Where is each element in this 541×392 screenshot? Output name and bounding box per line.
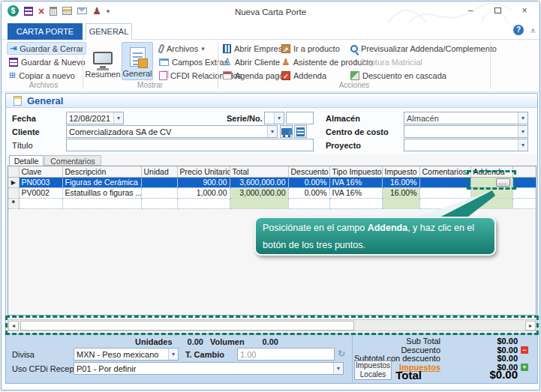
fecha-dropdown-icon[interactable]: ▾ — [113, 112, 123, 124]
folio-field[interactable] — [286, 112, 314, 124]
fecha-field[interactable]: 12/08/2021 ▾ — [66, 112, 124, 124]
total-line-value: $0.00 — [458, 346, 518, 355]
grid-cell-unidad[interactable] — [141, 177, 177, 187]
truck-icon — [281, 128, 292, 135]
grid-cell-total[interactable]: 3,600,000.00 — [230, 177, 288, 187]
grid-header-clave[interactable]: Clave — [19, 166, 62, 177]
grid-cell-tipo[interactable]: IVA 16% — [329, 187, 382, 198]
almacen-dropdown-icon[interactable]: ▾ — [518, 112, 527, 124]
centro-costo-combo[interactable]: ▾ — [404, 125, 528, 138]
tab-general[interactable]: GENERAL — [86, 23, 132, 40]
grid-cell-precio[interactable]: 1,000.00 — [177, 187, 230, 198]
group-caption-archivos: Archivos — [7, 81, 80, 89]
grid-header-descripci-n[interactable]: Descripción — [62, 166, 141, 177]
grid-header-impuesto[interactable]: Impuesto — [382, 166, 419, 177]
tab-comentarios[interactable]: Comentarios — [44, 155, 101, 166]
truck-button[interactable] — [280, 125, 293, 138]
ir-a-producto-button[interactable]: ↗ Ir a producto — [279, 42, 342, 55]
grid-header-total[interactable]: Total — [230, 166, 288, 177]
ribbon: ⇥ Guardar & Cerrar Guardar & Nuevo ⊞ Cop… — [2, 40, 539, 92]
fecha-label: Fecha — [12, 114, 36, 123]
help-icon[interactable]: ? — [513, 25, 524, 35]
matrix-grid-icon: ∷ — [350, 58, 357, 67]
total-value: $0.00 — [443, 368, 518, 381]
total-line-label-0: Sub Total — [317, 337, 440, 346]
total-line-value: $0.00 — [458, 354, 518, 363]
maximize-button[interactable] — [490, 4, 505, 18]
grid-cell-tipo[interactable]: IVA 16% — [329, 177, 382, 187]
grid-cell-total[interactable] — [230, 198, 288, 208]
previsualizar-addenda-button[interactable]: Previsualizar Addenda/Complemento — [348, 42, 499, 55]
captura-matricial-button: ∷ Captura Matricial — [348, 55, 425, 68]
section-title: General — [27, 95, 63, 106]
cliente-dropdown-icon[interactable]: ▾ — [267, 126, 277, 137]
copy-new-button[interactable]: ⊞ Copiar a nuevo — [7, 69, 77, 82]
grid-cell-descripcion[interactable]: Figuras de Cerámica ... — [62, 177, 141, 187]
divisa-combo[interactable]: MXN - Peso mexicano ▾ — [74, 348, 179, 361]
group-caption-acciones: Acciones — [221, 81, 488, 89]
grid-cell-descuento[interactable]: 0.00% — [288, 177, 329, 187]
grid-header-row: ClaveDescripciónUnidadPrecio UnitarioTot… — [8, 166, 536, 177]
minimize-button[interactable]: – — [463, 4, 478, 18]
grid-cell-unidad[interactable] — [141, 187, 177, 198]
grid-cell-descripcion[interactable]: Estatuillas o figuras ... — [62, 187, 141, 198]
abrir-cliente-button[interactable]: ♙ Abrir Cliente — [221, 55, 282, 68]
close-button[interactable]: × — [517, 4, 532, 18]
grid-cell-descuento[interactable] — [288, 198, 329, 208]
almacen-combo[interactable]: Almacén ▾ — [404, 112, 528, 124]
grid-cell-unidad[interactable] — [141, 198, 177, 208]
divisa-dropdown-icon[interactable]: ▾ — [168, 349, 178, 360]
uso-cfdi-combo[interactable]: P01 - Por definir ▾ — [74, 362, 344, 375]
centro-costo-dropdown-icon[interactable]: ▾ — [518, 126, 527, 137]
grid-cell-tipo[interactable] — [329, 198, 382, 208]
row-selector[interactable]: ▶ — [8, 177, 19, 187]
maximize-icon — [494, 7, 501, 13]
cliente-label: Cliente — [12, 127, 40, 136]
grid-cell-clave[interactable] — [19, 198, 62, 208]
ribbon-tab-row: CARTA PORTE GENERAL ? ∧ — [2, 22, 539, 40]
titulo-field[interactable] — [66, 139, 314, 151]
grid-cell-clave[interactable]: PN0003 — [19, 177, 62, 187]
addenda-icon: ✓ — [281, 71, 290, 80]
save-close-button[interactable]: ⇥ Guardar & Cerrar — [7, 42, 86, 55]
row-selector[interactable] — [8, 187, 19, 198]
window-title: Nueva Carta Porte — [2, 7, 539, 16]
addenda-button[interactable]: ✓ Addenda — [279, 69, 329, 82]
grid-cell-descuento[interactable]: 0.00% — [288, 187, 329, 198]
person-icon: ♙ — [223, 57, 232, 67]
descuento-cascada-button[interactable]: Descuento en cascada — [348, 69, 449, 82]
centro-costo-label: Centro de costo — [326, 127, 389, 136]
archivos-dropdown-button[interactable]: Archivos ▾ — [157, 42, 207, 55]
company-button[interactable] — [294, 125, 307, 138]
general-button[interactable]: General — [122, 42, 153, 80]
grid-cell-clave[interactable]: PV0002 — [19, 187, 62, 198]
tab-carta-porte[interactable]: CARTA PORTE — [8, 23, 83, 40]
proyecto-dropdown-icon[interactable]: ▾ — [518, 139, 527, 151]
save-new-button[interactable]: Guardar & Nuevo — [7, 55, 88, 68]
grid-header-descuento[interactable]: Descuento — [288, 166, 329, 177]
grid-cell-total[interactable]: 3,000,000.00 — [230, 187, 288, 198]
grid-header-tipo-impuesto[interactable]: Tipo Impuesto — [329, 166, 382, 177]
tab-detalle[interactable]: Detalle — [9, 155, 44, 166]
proyecto-label: Proyecto — [326, 141, 361, 150]
serie-dropdown-icon[interactable]: ▾ — [274, 112, 284, 124]
proyecto-combo[interactable]: ▾ — [404, 139, 528, 151]
campos-extras-button[interactable]: Campos Extras — [157, 55, 230, 68]
collapse-ribbon-icon[interactable]: ∧ — [530, 26, 536, 34]
serie-combo[interactable]: ▾ — [264, 112, 284, 124]
table-icon — [159, 58, 169, 66]
resumen-button[interactable]: Resumen — [86, 42, 120, 80]
title-bar: $ × ♟ ▾ Nueva Carta Porte – × — [2, 1, 539, 22]
grid-header-precio-unitario[interactable]: Precio Unitario — [177, 166, 230, 177]
grid-cell-precio[interactable] — [177, 198, 230, 208]
grid-header-comentarios[interactable]: Comentarios — [419, 166, 470, 177]
ribbon-separator — [83, 42, 83, 88]
building-icon — [223, 44, 231, 53]
documents-icon — [159, 71, 167, 80]
new-row-marker[interactable]: * — [8, 198, 19, 208]
grid-header-unidad[interactable]: Unidad — [141, 166, 177, 177]
grid-cell-precio[interactable]: 900.00 — [177, 177, 230, 187]
grid-cell-descripcion[interactable] — [62, 198, 141, 208]
cliente-combo[interactable]: Comercializadora SA de CV ▾ — [66, 125, 278, 138]
product-assistant-icon: ♟ — [281, 57, 290, 67]
